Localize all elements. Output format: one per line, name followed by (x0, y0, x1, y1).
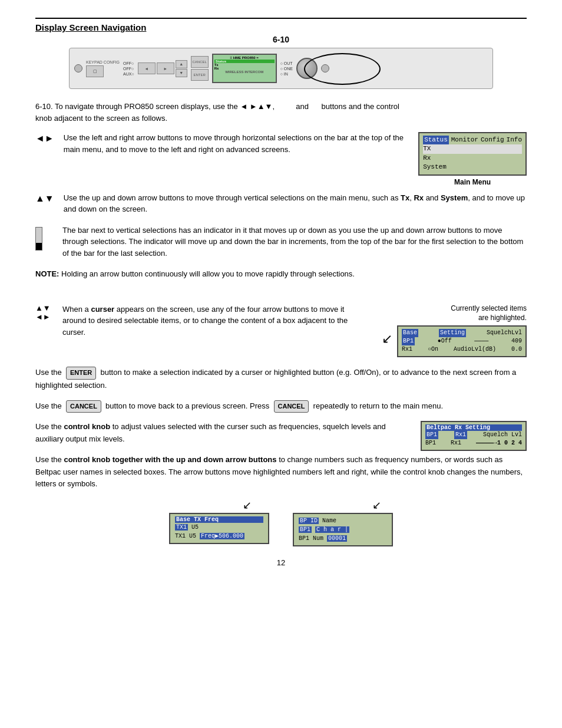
menu-status: Status (423, 136, 449, 144)
intro-text4: knob adjacent to the screen as follows. (35, 114, 167, 123)
name-row2: BP1 C h a r | (299, 525, 387, 534)
lr-arrow-symbol: ◄► (35, 132, 54, 144)
squelch-arrow-wrap: ↙ Base Setting SquelchLvl BP1 ●Off ———— … (382, 325, 527, 361)
main-menu-screen: Status Monitor Config Info TX Rx System (418, 132, 527, 176)
beltpac-bp1: BP1 (425, 431, 438, 439)
note-label: NOTE: (35, 269, 59, 278)
page-number: 12 (35, 558, 527, 567)
name-bpid: BP ID (299, 518, 319, 524)
cursor-section: ▲▼ ◄► When a curser appears on the scree… (35, 304, 370, 338)
beltpac-screen: Beltpac Rx Setting BP1 Rx1 Squelch Lvl B… (421, 421, 527, 451)
currently-selected-label: Currently selected itemsare highlighted. (451, 304, 527, 324)
beltpac-title: Beltpac Rx Setting (425, 424, 522, 431)
beltpac-squelch-label: Squelch Lvl (483, 431, 522, 439)
squelch-rx1: Rx1 (402, 345, 412, 354)
bottom-screens-row: ↙ Base TX Freq TX1 U5 TX1 U5 Freq▶506.00… (35, 499, 527, 546)
intro-paragraph: 6-10. To navigate through PRO850 screen … (35, 101, 527, 124)
freq-u5-r2: U5 (189, 533, 196, 539)
audio-val: 0.0 (511, 345, 522, 354)
intro-text1: To navigate through PRO850 screen displa… (55, 102, 275, 111)
beltpac-rx1-r2: Rx1 (451, 439, 461, 447)
freq-tx1: TX1 (175, 524, 188, 531)
intro-text3: buttons and the control (322, 102, 399, 111)
control-knob-section: Beltpac Rx Setting BP1 Rx1 Squelch Lvl B… (35, 421, 527, 454)
freq-value: Freq▶506.000 (200, 533, 244, 539)
squelch-base: Base (402, 329, 418, 337)
freq-row1: TX1 U5 (175, 523, 263, 532)
name-char: C h a r | (315, 526, 349, 533)
beltpac-rx1: Rx1 (454, 431, 467, 439)
figure-number: 6-10 (35, 35, 527, 44)
freq-u5: U5 (191, 524, 199, 531)
device-right-indicators: ○ OUT ○ ONE ○ IN (280, 61, 293, 76)
arrow-down-icon: ↙ (382, 331, 392, 347)
name-row3: BP1 Num 00001 (299, 534, 387, 543)
cursor-lr-symbol: ◄► (35, 312, 53, 321)
menu-info: Info (507, 136, 522, 144)
cancel-btn-inline2: CANCEL (274, 400, 309, 413)
menu-monitor: Monitor (451, 136, 478, 144)
enter-btn-inline: ENTER (66, 367, 96, 380)
use-cancel-para: Use the CANCEL button to move back to a … (35, 400, 527, 413)
freq-title: Base TX Freq (175, 516, 263, 523)
cursor-ud-symbol: ▲▼ (35, 304, 53, 312)
cursor-section-wrap: Currently selected itemsare highlighted.… (35, 304, 527, 367)
cancel-enter-buttons: CANCEL ENTER (191, 56, 209, 81)
beltpac-row1: BP1 Rx1 Squelch Lvl (425, 431, 522, 439)
lr-arrow-text: Use the left and right arrow buttons to … (64, 132, 406, 155)
name-arrow-icon: ↙ (372, 499, 381, 512)
use-enter-para: Use the ENTER button to make a selection… (35, 367, 527, 391)
name-screen-wrap: ↙ BP ID Name BP1 C h a r | BP1 Num 00001 (293, 499, 393, 546)
beltpac-value: —————→1 0 2 4 (476, 439, 522, 447)
squelch-val: 409 (511, 337, 522, 345)
note-text: Holding an arrow button continuously wil… (61, 269, 355, 278)
beltpac-screen-wrap: Beltpac Rx Setting BP1 Rx1 Squelch Lvl B… (421, 421, 527, 451)
device-status: OFF○ OFF○ AUX○ (123, 61, 134, 76)
arrow-buttons: ◄ ► ▲ ▼ (138, 60, 187, 77)
squelch-on: ○On (428, 345, 438, 354)
squelch-label: SquelchLvl (487, 329, 522, 337)
name-num-value: 00001 (327, 535, 347, 542)
menu-tx: TX (423, 144, 431, 153)
lr-arrow-section: ◄► Use the left and right arrow buttons … (35, 132, 406, 155)
intro-and: and (296, 102, 309, 111)
step-label: 6-10. (35, 102, 53, 111)
ud-arrow-text: Use the up and down arrow buttons to mov… (64, 192, 527, 215)
device-screen-display: ≡ HME PRO850 = Status Tx Rx WIRELESS INT… (212, 54, 277, 83)
device-circle-tl (74, 64, 82, 73)
squelch-screen-wrap: Currently selected itemsare highlighted.… (382, 304, 527, 361)
freq-arrow-icon: ↙ (243, 499, 252, 512)
ud-arrow-symbol: ▲▼ (35, 192, 54, 204)
menu-system: System (423, 163, 447, 172)
main-menu-screen-wrap: Status Monitor Config Info TX Rx System … (418, 132, 527, 186)
cancel-btn-inline: CANCEL (66, 400, 101, 413)
device-left-section: KEYPAD CONFIG ▢ (86, 60, 120, 77)
bar-indicator-text: The bar next to vertical selections has … (62, 225, 527, 259)
name-bp1: BP1 (299, 526, 312, 533)
squelch-screen: Base Setting SquelchLvl BP1 ●Off ———— 40… (397, 325, 527, 357)
device-illustration: KEYPAD CONFIG ▢ OFF○ OFF○ AUX○ ◄ ► ▲ ▼ C… (69, 48, 493, 89)
cursor-text: When a curser appears on the screen, use… (62, 304, 370, 338)
menu-rx: Rx (423, 154, 431, 163)
name-screen: BP ID Name BP1 C h a r | BP1 Num 00001 (293, 513, 393, 546)
freq-screen: Base TX Freq TX1 U5 TX1 U5 Freq▶506.000 (169, 513, 269, 544)
squelch-bp1: BP1 (402, 337, 415, 345)
name-bp1-r3: BP1 (299, 535, 309, 542)
note-paragraph: NOTE: Holding an arrow button continuous… (35, 268, 527, 280)
audio-label: AudioLvl(dB) (454, 345, 496, 354)
bar-indicator-symbol (35, 225, 53, 251)
squelch-off: ●Off (438, 337, 452, 345)
squelch-bar: ———— (474, 337, 488, 345)
menu-config: Config (481, 136, 504, 144)
freq-tx1-r2: TX1 (175, 533, 186, 539)
name-num-label: Num (313, 535, 323, 542)
beltpac-row2: BP1 Rx1 —————→1 0 2 4 (425, 439, 522, 447)
section-title: Display Screen Navigation (35, 22, 527, 32)
freq-screen-wrap: ↙ Base TX Freq TX1 U5 TX1 U5 Freq▶506.00… (169, 499, 269, 544)
screen-oval-highlight (304, 53, 381, 85)
bar-indicator-section: The bar next to vertical selections has … (35, 225, 527, 259)
freq-row2: TX1 U5 Freq▶506.000 (175, 532, 263, 541)
name-label: Name (322, 518, 336, 524)
beltpac-bp1-r2: BP1 (425, 439, 436, 447)
top-rule (35, 18, 527, 19)
